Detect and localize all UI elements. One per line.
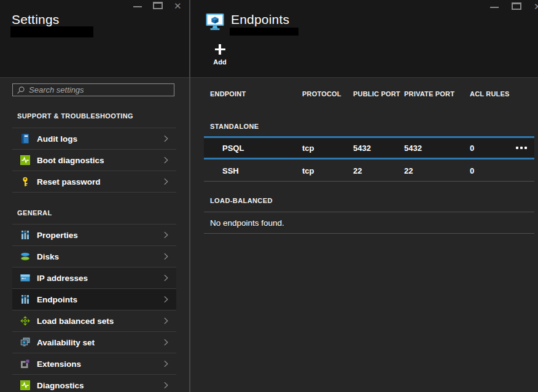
plus-icon <box>215 44 225 55</box>
sidebar-item-label: Reset password <box>37 177 101 186</box>
section-general: GENERAL <box>17 209 52 217</box>
search-icon <box>17 86 25 94</box>
sidebar-item-availability-set[interactable]: Availability set <box>12 332 176 353</box>
extensions-icon <box>20 359 30 369</box>
sidebar-item-label: Audit logs <box>37 134 77 144</box>
vm-monitor-cube-icon <box>206 13 224 32</box>
minimize-icon[interactable] <box>133 6 142 7</box>
sidebar-item-label: Disks <box>37 252 59 261</box>
sidebar-item-label: Availability set <box>37 338 95 347</box>
sidebar-item-endpoints[interactable]: Endpoints <box>12 289 176 310</box>
cell-endpoint: PSQL <box>222 144 244 153</box>
cell-acl-rules: 0 <box>470 166 474 175</box>
chevron-right-icon <box>164 382 168 389</box>
sidebar-item-disks[interactable]: Disks <box>12 246 176 267</box>
search-input[interactable] <box>29 85 170 94</box>
sidebar-item-label: Boot diagnostics <box>37 156 104 165</box>
table-row-ssh[interactable]: SSH tcp 22 22 0 <box>204 159 534 182</box>
sidebar-item-label: Extensions <box>37 359 81 369</box>
section-support-troubleshooting: SUPPORT & TROUBLESHOOTING <box>17 112 133 120</box>
chevron-right-icon <box>164 232 168 239</box>
endpoints-blade-header: Endpoints Add <box>190 0 538 78</box>
redacted-subtitle-block <box>10 26 93 37</box>
minimize-icon[interactable] <box>490 7 499 8</box>
sidebar-item-label: Diagnostics <box>37 381 84 390</box>
cell-acl-rules: 0 <box>470 144 474 153</box>
chevron-right-icon <box>164 157 168 164</box>
cell-public-port: 22 <box>353 166 362 175</box>
endpoints-blade: Endpoints Add ENDPOINT PROTOCOL PUBLIC P… <box>189 0 538 392</box>
sidebar-item-label: Endpoints <box>37 295 77 304</box>
sidebar-item-properties[interactable]: Properties <box>12 225 176 246</box>
endpoints-blade-body: ENDPOINT PROTOCOL PUBLIC PORT PRIVATE PO… <box>190 78 538 392</box>
table-row-psql[interactable]: PSQL tcp 5432 5432 0 <box>204 136 534 159</box>
cell-public-port: 5432 <box>353 144 371 153</box>
chevron-right-icon <box>164 275 168 282</box>
add-button-label: Add <box>208 58 232 66</box>
close-icon[interactable] <box>534 2 538 11</box>
reset-password-icon <box>20 177 30 186</box>
group-header-standalone: STANDALONE <box>210 123 259 130</box>
availability-set-icon <box>20 337 30 347</box>
chevron-right-icon <box>164 296 168 303</box>
azure-portal-screen: Settings SUPPORT & TROUBLESHOOTING <box>0 0 538 392</box>
endpoints-icon <box>20 294 30 304</box>
close-icon[interactable] <box>174 1 182 10</box>
endpoints-blade-title: Endpoints <box>231 12 289 27</box>
sidebar-item-load-balanced-sets[interactable]: Load balanced sets <box>12 310 176 332</box>
no-endpoints-message: No endpoints found. <box>204 212 534 234</box>
settings-search-box[interactable] <box>12 83 174 96</box>
support-menu: Audit logs Boot diagnostics <box>12 128 176 193</box>
sidebar-item-ip-addresses[interactable]: IP addresses <box>12 267 176 289</box>
general-menu: Properties Disks <box>12 224 176 392</box>
redacted-subtitle-block <box>230 28 298 36</box>
chevron-right-icon <box>164 318 168 325</box>
sidebar-item-label: Load balanced sets <box>37 317 114 326</box>
group-header-load-balanced: LOAD-BALANCED <box>210 197 273 204</box>
boot-diagnostics-icon <box>20 155 30 165</box>
ellipsis-menu-icon[interactable] <box>516 147 527 149</box>
cell-endpoint: SSH <box>222 166 239 175</box>
cell-private-port: 5432 <box>404 144 422 153</box>
maximize-icon[interactable] <box>153 2 163 9</box>
settings-blade-title: Settings <box>12 12 59 27</box>
settings-blade-header: Settings <box>0 0 189 78</box>
column-header-private-port: PRIVATE PORT <box>404 90 454 98</box>
sidebar-item-reset-password[interactable]: Reset password <box>12 171 176 193</box>
column-header-acl-rules: ACL RULES <box>470 90 510 98</box>
chevron-right-icon <box>164 136 168 142</box>
maximize-icon[interactable] <box>512 2 521 10</box>
cell-protocol: tcp <box>302 166 314 175</box>
chevron-right-icon <box>164 339 168 346</box>
load-balanced-sets-icon <box>20 316 30 326</box>
ip-addresses-icon <box>20 273 30 283</box>
column-header-protocol: PROTOCOL <box>302 90 341 98</box>
cell-private-port: 22 <box>404 166 413 175</box>
sidebar-item-audit-logs[interactable]: Audit logs <box>12 128 176 150</box>
sidebar-item-label: Properties <box>37 231 78 240</box>
column-header-endpoint: ENDPOINT <box>210 90 246 98</box>
sidebar-item-extensions[interactable]: Extensions <box>12 353 176 375</box>
add-endpoint-button[interactable]: Add <box>208 44 232 66</box>
column-header-public-port: PUBLIC PORT <box>353 90 400 98</box>
diagnostics-icon <box>20 380 30 390</box>
settings-blade: Settings SUPPORT & TROUBLESHOOTING <box>0 0 189 392</box>
sidebar-item-boot-diagnostics[interactable]: Boot diagnostics <box>12 150 176 171</box>
audit-logs-icon <box>20 134 30 144</box>
disks-icon <box>20 252 30 261</box>
sidebar-item-label: IP addresses <box>37 274 88 283</box>
cell-protocol: tcp <box>302 144 314 153</box>
chevron-right-icon <box>164 361 168 367</box>
settings-blade-body: SUPPORT & TROUBLESHOOTING Audit logs <box>0 78 189 392</box>
properties-icon <box>20 230 30 240</box>
chevron-right-icon <box>164 179 168 185</box>
chevron-right-icon <box>164 253 168 260</box>
sidebar-item-diagnostics[interactable]: Diagnostics <box>12 375 176 392</box>
